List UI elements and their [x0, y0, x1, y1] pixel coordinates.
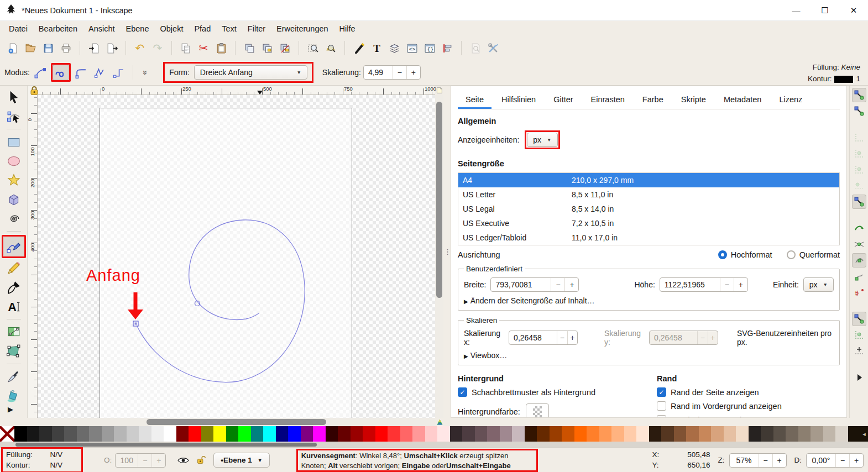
- tab-metadaten[interactable]: Metadaten: [716, 91, 770, 109]
- palette-swatch[interactable]: [351, 426, 363, 442]
- palette-swatch[interactable]: [636, 426, 649, 442]
- paraxial-mode-button[interactable]: [111, 65, 127, 80]
- palette-swatch[interactable]: [189, 426, 201, 442]
- page-size-row[interactable]: US Ledger/Tabloid11,0 x 17,0 in: [458, 230, 839, 245]
- palette-swatch[interactable]: [288, 426, 301, 442]
- palette-swatch[interactable]: [450, 426, 463, 442]
- scale-x-decrease-button[interactable]: −: [557, 331, 567, 344]
- snap-enabled-icon[interactable]: [852, 88, 866, 102]
- height-value[interactable]: 1122,51965: [660, 278, 720, 291]
- palette-swatch[interactable]: [400, 426, 413, 442]
- zoom-selection-icon[interactable]: [306, 41, 320, 55]
- canvas[interactable]: Anfang: [38, 95, 435, 418]
- open-document-icon[interactable]: [23, 41, 38, 55]
- horizontal-ruler[interactable]: 02505007501000: [38, 86, 435, 95]
- redo-icon[interactable]: ↷: [150, 41, 165, 55]
- pen-tool[interactable]: [3, 237, 24, 256]
- new-document-icon[interactable]: [6, 41, 20, 55]
- palette-swatch[interactable]: [699, 426, 712, 442]
- selector-tool[interactable]: [3, 88, 24, 107]
- palette-swatch[interactable]: [39, 426, 52, 442]
- align-dialog-icon[interactable]: [440, 41, 454, 55]
- rectangle-tool[interactable]: [3, 133, 24, 151]
- palette-swatch[interactable]: [201, 426, 214, 442]
- palette-swatch[interactable]: [363, 426, 375, 442]
- zoom-increase-button[interactable]: +: [772, 454, 786, 467]
- current-layer-dropdown[interactable]: •Ebene 1 ▼: [213, 453, 269, 468]
- palette-swatch[interactable]: [276, 426, 289, 442]
- layer-lock-open-icon[interactable]: [194, 453, 208, 468]
- palette-swatch[interactable]: [151, 426, 164, 442]
- palette-scrollbar[interactable]: [0, 442, 868, 448]
- snap-bbox-centers-icon[interactable]: [852, 179, 866, 193]
- snap-paths-icon[interactable]: [852, 221, 866, 235]
- snap-bbox-edges-icon[interactable]: [852, 130, 866, 145]
- snap-cusp-nodes-icon[interactable]: [852, 253, 866, 268]
- palette-swatch[interactable]: [263, 426, 276, 442]
- lock-icon[interactable]: [28, 85, 40, 96]
- bspline-mode-button[interactable]: [73, 65, 90, 80]
- vertical-ruler[interactable]: 0100200300400: [28, 95, 38, 418]
- menu-datei[interactable]: Datei: [3, 23, 33, 35]
- copy-icon[interactable]: [179, 41, 193, 55]
- palette-swatch[interactable]: [139, 426, 151, 442]
- duplicate-icon[interactable]: [242, 41, 257, 55]
- dropper-tool[interactable]: [3, 367, 24, 385]
- expand-chevron-icon[interactable]: »: [141, 70, 150, 75]
- palette-swatch-none[interactable]: [0, 426, 14, 442]
- snap-nodes-icon[interactable]: [852, 195, 866, 209]
- menu-erweiterungen[interactable]: Erweiterungen: [271, 23, 334, 35]
- tab-lizenz[interactable]: Lizenz: [771, 91, 810, 109]
- scaling-spinbox[interactable]: 4,99 − +: [363, 65, 421, 80]
- snap-bounding-box-icon[interactable]: [852, 104, 866, 118]
- tab-gitter[interactable]: Gitter: [546, 91, 581, 109]
- zoom-value[interactable]: 57%: [730, 454, 759, 467]
- rotation-increase-button[interactable]: +: [849, 454, 863, 467]
- palette-swatch[interactable]: [213, 426, 226, 442]
- zigzag-mode-button[interactable]: [92, 65, 108, 80]
- palette-swatch[interactable]: [574, 426, 587, 442]
- palette-swatch[interactable]: [301, 426, 313, 442]
- palette-swatch[interactable]: [599, 426, 612, 442]
- palette-swatch[interactable]: [176, 426, 189, 442]
- find-icon[interactable]: [468, 41, 483, 55]
- layers-dialog-icon[interactable]: [387, 41, 401, 55]
- palette-swatch[interactable]: [64, 426, 77, 442]
- palette-swatch[interactable]: [525, 426, 537, 442]
- palette-swatch[interactable]: [724, 426, 736, 442]
- tab-seite[interactable]: Seite: [458, 91, 491, 109]
- palette-swatch[interactable]: [375, 426, 388, 442]
- tab-hilfslinien[interactable]: Hilfslinien: [494, 91, 543, 109]
- object-properties-icon[interactable]: {}: [422, 41, 437, 55]
- toolbox-expand-icon[interactable]: ▶: [0, 405, 27, 413]
- border-shadow-checkbox[interactable]: Randschatten anzeigen: [657, 415, 840, 418]
- menu-ebene[interactable]: Ebene: [121, 23, 155, 35]
- horizontal-scrollbar-thumb[interactable]: [147, 419, 326, 425]
- palette-swatch[interactable]: [761, 426, 773, 442]
- height-increase-button[interactable]: +: [734, 278, 747, 291]
- palette-swatch[interactable]: [475, 426, 488, 442]
- zoom-decrease-button[interactable]: −: [759, 454, 772, 467]
- palette-swatch[interactable]: [412, 426, 425, 442]
- palette-swatch[interactable]: [27, 426, 40, 442]
- border-on-top-checkbox[interactable]: Rand im Vordergrund anzeigen: [657, 401, 840, 411]
- maximize-button[interactable]: ☐: [811, 0, 839, 21]
- palette-swatch[interactable]: [562, 426, 574, 442]
- gradient-tool[interactable]: [3, 323, 24, 341]
- palette-swatch[interactable]: [512, 426, 525, 442]
- snap-bbox-corners-icon[interactable]: [852, 146, 866, 161]
- snap-others-icon[interactable]: [852, 312, 866, 326]
- snapbar-expand-icon[interactable]: [852, 370, 866, 385]
- palette-swatch[interactable]: [437, 426, 450, 442]
- palette-swatch[interactable]: [238, 426, 251, 442]
- palette-swatch[interactable]: [674, 426, 687, 442]
- palette-swatch[interactable]: [89, 426, 102, 442]
- print-document-icon[interactable]: [59, 41, 73, 55]
- page-size-row[interactable]: US Letter8,5 x 11,0 in: [458, 187, 839, 202]
- background-color-button[interactable]: [526, 403, 549, 418]
- panel-splitter-handle[interactable]: ⋮: [443, 86, 451, 418]
- calligraphy-tool[interactable]: [3, 279, 24, 297]
- export-icon[interactable]: [104, 41, 119, 55]
- palette-swatch[interactable]: [611, 426, 624, 442]
- vertical-scrollbar[interactable]: [435, 95, 443, 418]
